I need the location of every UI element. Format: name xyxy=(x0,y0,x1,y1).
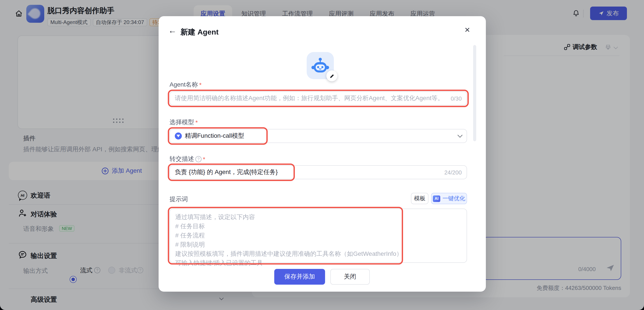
model-logo-icon xyxy=(175,133,182,140)
save-and-add-button[interactable]: 保存并添加 xyxy=(274,269,325,285)
prompt-placeholder: 通过填写描述，设定以下内容 # 任务目标 # 任务流程 # 限制说明 建议按照模… xyxy=(170,209,466,271)
model-select[interactable]: 精调Function-call模型 xyxy=(170,129,467,143)
template-button[interactable]: 模板 xyxy=(411,193,428,204)
handoff-desc-input[interactable]: 负责 {功能} 的 Agent，完成{特定任务} 24/200 xyxy=(170,165,467,179)
pencil-icon xyxy=(329,73,334,78)
handoff-help-icon[interactable]: ? xyxy=(196,156,202,162)
ai-badge-icon: AI xyxy=(433,195,440,202)
prompt-label: 提示词 xyxy=(170,195,188,203)
handoff-char-counter: 24/200 xyxy=(444,169,462,175)
handoff-desc-label: 转交描述 ? * xyxy=(170,155,205,163)
robot-icon xyxy=(311,56,330,75)
edit-avatar-button[interactable] xyxy=(326,70,337,81)
select-chevron-down-icon xyxy=(458,133,463,138)
modal-scrollbar[interactable] xyxy=(473,45,476,141)
app-window: 脱口秀内容创作助手 Multi-Agent模式 自动保存于 20:34:07 待… xyxy=(0,0,644,310)
close-button[interactable]: 关闭 xyxy=(330,269,370,285)
agent-name-input[interactable]: 请使用简洁明确的名称描述Agent功能，例如：旅行规划助手、网页分析Agent、… xyxy=(170,91,467,105)
modal-title: 新建 Agent xyxy=(180,27,218,37)
ai-optimize-button[interactable]: AI 一键优化 xyxy=(431,193,467,204)
model-chip: 精调Function-call模型 xyxy=(175,132,244,140)
close-icon[interactable]: ✕ xyxy=(464,26,470,34)
model-select-label: 选择模型* xyxy=(170,119,198,126)
prompt-textarea[interactable]: 通过填写描述，设定以下内容 # 任务目标 # 任务流程 # 限制说明 建议按照模… xyxy=(170,209,467,263)
agent-name-label: Agent名称* xyxy=(170,81,202,89)
name-char-counter: 0/30 xyxy=(450,95,462,102)
back-icon[interactable]: ← xyxy=(168,26,176,35)
new-agent-modal: ← 新建 Agent ✕ Agent名称* 请使用简洁明确的名称描述Ag xyxy=(158,16,486,292)
